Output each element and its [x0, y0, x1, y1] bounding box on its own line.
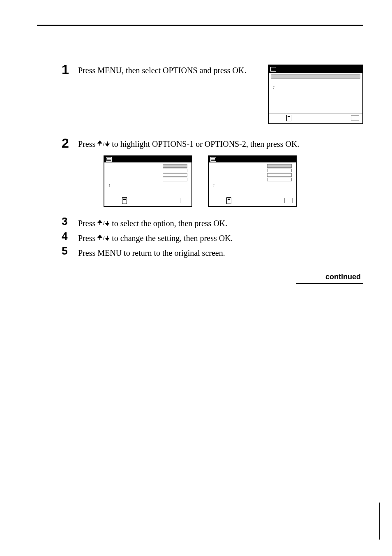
menu-screenshot-options1: ⤴	[104, 155, 192, 207]
step-text: Press MENU, then select OPTIONS and pres…	[78, 65, 256, 76]
menu-screenshot-options: ⤴	[268, 65, 363, 124]
option-field	[163, 164, 187, 168]
up-down-arrows-icon: /	[97, 140, 110, 148]
sliders-icon	[106, 157, 112, 162]
step-text-suffix: to highlight OPTIONS-1 or OPTIONS-2, the…	[110, 139, 299, 148]
step-number: 5	[62, 246, 78, 259]
continued-rule	[296, 283, 363, 284]
step-body: Press / to highlight OPTIONS-1 or OPTION…	[78, 137, 363, 213]
menu-option-row	[104, 164, 191, 168]
continued-label: continued	[33, 273, 363, 281]
option-field	[267, 178, 292, 181]
remote-icon	[286, 115, 291, 121]
menu-option-row	[104, 168, 191, 173]
menu-header	[269, 65, 362, 73]
menu-header	[209, 156, 296, 162]
menu-header	[104, 156, 191, 162]
step-text-prefix: Press	[78, 234, 97, 243]
menu-options-list	[104, 164, 191, 182]
menu-option-row	[209, 164, 296, 168]
menu-option-row	[104, 177, 191, 182]
option-field	[163, 178, 187, 181]
svg-text:/: /	[103, 235, 105, 242]
sliders-icon	[270, 67, 276, 72]
remote-icon	[122, 197, 127, 204]
option-field	[163, 169, 187, 172]
up-down-arrows-icon: /	[97, 219, 110, 227]
menu-return-row: ⤴	[213, 183, 215, 189]
return-arrow-icon: ⤴	[108, 183, 111, 189]
menu-option-row	[209, 173, 296, 177]
page-top-rule	[37, 25, 363, 26]
step-text: Press MENU to return to the original scr…	[78, 248, 225, 257]
step-2: 2 Press / to highlight OPTIONS-1 or OPTI…	[62, 137, 363, 213]
menu-return-row: ⤴	[273, 85, 275, 90]
option-field	[267, 173, 292, 177]
step-number: 1	[62, 63, 78, 124]
option-field	[267, 164, 292, 168]
sliders-icon	[210, 157, 216, 162]
step-body: Press MENU, then select OPTIONS and pres…	[78, 63, 363, 124]
step-text-prefix: Press	[78, 139, 97, 148]
menu-option-row	[209, 177, 296, 182]
two-menu-screenshots: ⤴	[104, 155, 363, 207]
step-body: Press / to select the option, then press…	[78, 216, 363, 229]
side-rule	[379, 503, 380, 540]
step-text-prefix: Press	[78, 219, 97, 228]
step-text-suffix: to select the option, then press OK.	[110, 219, 227, 228]
return-arrow-icon: ⤴	[273, 85, 275, 90]
step-number: 4	[62, 231, 78, 244]
menu-selected-row	[271, 74, 360, 79]
step-5: 5 Press MENU to return to the original s…	[62, 246, 363, 259]
menu-footer-ok	[351, 115, 359, 121]
menu-footer-ok	[180, 198, 188, 204]
menu-screenshot-options2: ⤴	[208, 155, 297, 207]
menu-option-row	[104, 173, 191, 177]
svg-text:/: /	[103, 220, 105, 227]
menu-options-list	[209, 164, 296, 182]
step-1: 1 Press MENU, then select OPTIONS and pr…	[62, 63, 363, 124]
svg-text:/: /	[103, 141, 105, 148]
step-body: Press MENU to return to the original scr…	[78, 246, 363, 259]
up-down-arrows-icon: /	[97, 234, 110, 242]
menu-footer	[104, 196, 191, 205]
menu-footer	[209, 196, 296, 205]
menu-option-row	[209, 168, 296, 173]
step-body: Press / to change the setting, then pres…	[78, 231, 363, 244]
step-number: 3	[62, 216, 78, 229]
step-number: 2	[62, 137, 78, 213]
option-field	[267, 169, 292, 172]
step-text-suffix: to change the setting, then press OK.	[110, 234, 233, 243]
return-arrow-icon: ⤴	[213, 183, 215, 189]
menu-footer-ok	[284, 198, 293, 204]
option-field	[163, 173, 187, 177]
steps-list: 1 Press MENU, then select OPTIONS and pr…	[62, 63, 363, 259]
remote-icon	[226, 197, 231, 204]
menu-return-row: ⤴	[108, 183, 111, 189]
menu-footer	[269, 113, 362, 122]
step-3: 3 Press / to select the option, then pre…	[62, 216, 363, 229]
step-4: 4 Press / to change the setting, then pr…	[62, 231, 363, 244]
